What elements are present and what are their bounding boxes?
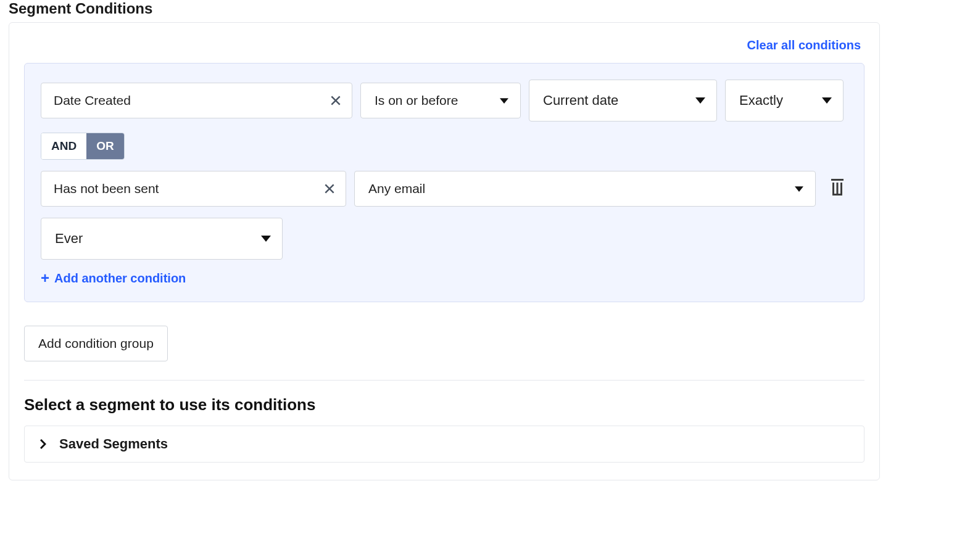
close-icon[interactable] [322,181,337,196]
add-group-button[interactable]: Add condition group [24,326,168,361]
conditions-card: Clear all conditions Date Created Is on … [9,22,880,480]
svg-rect-6 [832,183,834,195]
svg-rect-4 [831,179,844,181]
condition-row-extra: Ever [41,218,848,260]
svg-marker-3 [795,186,803,192]
svg-marker-0 [500,98,508,104]
timeframe-value: Ever [55,231,83,247]
operator-select[interactable]: Is on or before [360,83,521,118]
caret-down-icon [261,236,271,242]
field-select[interactable]: Has not been sent [41,171,346,207]
divider [24,380,864,381]
plus-icon: + [41,271,49,286]
trash-icon[interactable] [830,179,847,199]
condition-row: Date Created Is on or before Current dat… [41,80,848,121]
svg-rect-7 [837,183,839,195]
or-segment[interactable]: OR [86,133,124,159]
chevron-right-icon [38,439,48,449]
page-title: Segment Conditions [9,0,880,17]
timeframe-select[interactable]: Ever [41,218,283,260]
field-select[interactable]: Date Created [41,83,352,118]
condition-group: Date Created Is on or before Current dat… [24,63,864,302]
add-condition-label: Add another condition [54,271,186,286]
exactness-select[interactable]: Exactly [725,80,844,121]
and-segment[interactable]: AND [41,133,86,159]
svg-marker-1 [695,97,705,104]
field-value: Has not been sent [54,181,159,196]
operator-value: Is on or before [375,93,458,108]
add-condition-button[interactable]: + Add another condition [41,271,186,286]
caret-down-icon [695,97,705,104]
clear-all-button[interactable]: Clear all conditions [744,38,864,53]
exactness-value: Exactly [739,93,783,109]
date-ref-select[interactable]: Current date [529,80,717,121]
email-target-value: Any email [368,181,425,196]
saved-segments-accordion[interactable]: Saved Segments [24,426,864,463]
field-value: Date Created [54,93,131,108]
and-or-toggle[interactable]: AND OR [41,133,125,160]
svg-rect-9 [832,194,842,196]
email-target-select[interactable]: Any email [354,171,816,207]
svg-marker-10 [261,236,271,242]
svg-marker-2 [822,97,832,104]
saved-section-title: Select a segment to use its conditions [24,395,864,414]
date-ref-value: Current date [543,93,618,109]
saved-segments-label: Saved Segments [59,436,168,452]
caret-down-icon [822,97,832,104]
caret-down-icon [499,97,509,104]
close-icon[interactable] [328,93,343,108]
caret-down-icon [794,186,804,192]
condition-row: Has not been sent Any email [41,171,848,207]
svg-rect-8 [840,183,842,195]
